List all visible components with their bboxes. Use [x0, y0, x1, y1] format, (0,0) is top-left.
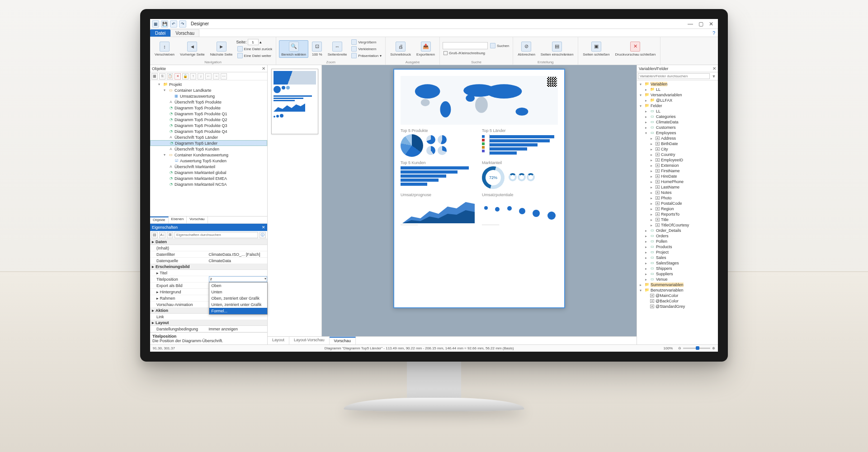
page-input[interactable] — [248, 39, 259, 45]
preview-tab[interactable]: Vorschau — [187, 217, 208, 223]
report-page: Top 5 Produkte — [393, 69, 565, 308]
props-sort-icon[interactable]: A↓ — [159, 232, 165, 238]
qat-save-icon[interactable]: 💾 — [161, 20, 168, 28]
ribbon-tabstrip: Datei Vorschau ? — [150, 29, 718, 37]
props-cat-icon[interactable]: ▤ — [151, 232, 158, 238]
spinner-up-icon[interactable]: ▴ — [259, 40, 262, 44]
file-forward-button[interactable]: Eine Datei weiter — [236, 52, 274, 59]
quickprint-button[interactable]: 🖨Schnelldruck — [388, 41, 413, 57]
tb-left-icon[interactable]: ← — [205, 73, 212, 80]
zoom-out-button[interactable]: Verkleinern — [350, 46, 382, 52]
objects-tab[interactable]: Objekte — [150, 217, 169, 223]
tb-more-icon[interactable]: ⋯ — [221, 73, 227, 80]
props-expand-icon[interactable]: ⊞ — [167, 232, 173, 238]
objects-panel-header: Objekte✕ — [150, 65, 267, 72]
qat-undo-icon[interactable]: ↶ — [170, 20, 177, 28]
selection-info: Diagramm "Diagramm Top5 Länder" - 113.49… — [325, 346, 514, 350]
center-tab-layout[interactable]: Layout — [268, 337, 289, 344]
center-tab-preview[interactable]: Vorschau — [330, 337, 356, 344]
case-sensitive-checkbox[interactable]: Groß-/Kleinschreibung — [443, 51, 510, 56]
svg-point-5 — [486, 84, 522, 99]
marketshare-chart: Marktanteil 72% — [482, 160, 558, 189]
qat-redo-icon[interactable]: ↷ — [179, 20, 186, 28]
zoom-in-icon[interactable]: ⊕ — [712, 346, 715, 350]
svg-point-2 — [421, 99, 430, 106]
properties-panel: Eigenschaften✕ ▤ A↓ ⊞ ⓘ ▸Daten (Inhalt) … — [150, 223, 267, 344]
svg-marker-0 — [274, 104, 305, 112]
props-close-icon[interactable]: ✕ — [262, 225, 265, 230]
tb-right-icon[interactable]: → — [213, 73, 219, 80]
qat-app-icon[interactable]: ▦ — [152, 20, 159, 28]
close-preview-button[interactable]: ✕Druckvorschau schließen — [613, 41, 658, 57]
close-button[interactable]: ✕ — [709, 21, 713, 27]
center-tab-layout-preview[interactable]: Layout-Vorschau — [289, 337, 330, 344]
tb-down-icon[interactable]: ↓ — [198, 73, 204, 80]
export-button[interactable]: 📤Exportieren — [415, 41, 437, 57]
tb-delete-icon[interactable]: ✕ — [175, 73, 181, 80]
zoom-100-button[interactable]: ⊡100 % — [310, 41, 324, 57]
zoom-in-button[interactable]: Vergrößern — [350, 39, 382, 45]
next-page-button[interactable]: ►Nächste Seite — [208, 41, 235, 57]
zoom-out-icon[interactable]: ⊖ — [678, 346, 681, 350]
tb-lock-icon[interactable]: 🔒 — [182, 73, 189, 80]
qr-code — [547, 77, 557, 87]
vars-close-icon[interactable]: ✕ — [712, 66, 716, 71]
tab-file[interactable]: Datei — [150, 29, 170, 37]
vars-panel-header: Variablen/Felder✕ — [637, 65, 718, 72]
page-thumbnail[interactable] — [271, 69, 318, 134]
window-title: Designer — [191, 21, 209, 26]
titleposition-value[interactable]: ▾ Oben Unten Oben, zentriert über Grafik… — [209, 276, 268, 282]
forecast-chart: Umsatzprognose ───────── — [401, 193, 476, 226]
objects-toolbar: ▦ ⎘ 📋 ✕ 🔒 ↑ ↓ ← → ⋯ — [150, 72, 267, 80]
maximize-button[interactable]: ▢ — [698, 21, 703, 27]
props-info-icon[interactable]: ⓘ — [259, 232, 266, 238]
help-icon[interactable]: ? — [710, 29, 718, 37]
ribbon: ↕Verschieben ◄Vorherige Seite ►Nächste S… — [150, 37, 718, 65]
tb-new-icon[interactable]: ▦ — [151, 73, 158, 80]
world-map-chart — [401, 76, 558, 125]
svg-point-8 — [466, 94, 475, 102]
page-spinner[interactable]: Seite: ▴ — [236, 39, 274, 45]
file-back-button[interactable]: Eine Datei zurück — [236, 46, 274, 52]
svg-point-7 — [516, 108, 528, 116]
prev-page-button[interactable]: ◄Vorherige Seite — [178, 41, 207, 57]
tb-paste-icon[interactable]: 📋 — [167, 73, 173, 80]
objects-close-icon[interactable]: ✕ — [262, 66, 265, 71]
svg-point-6 — [475, 97, 488, 113]
vars-tree[interactable]: ▾📁Variablen ▸📁LL ▾📁Versandvariablen ▸📁@L… — [637, 80, 718, 344]
props-search-input[interactable] — [175, 232, 258, 238]
tab-preview[interactable]: Vorschau — [170, 29, 199, 37]
tb-copy-icon[interactable]: ⎘ — [159, 73, 165, 80]
minimize-button[interactable]: — — [688, 21, 693, 27]
search-button[interactable]: Suchen — [489, 42, 510, 49]
zoom-slider[interactable]: ⊖ ⊕ — [678, 346, 715, 350]
selected-tree-item: ◔Diagramm Top5 Länder — [150, 140, 267, 146]
titleposition-dropdown[interactable]: Oben Unten Oben, zentriert über Grafik U… — [209, 282, 268, 315]
page-width-button[interactable]: ↔Seitenbreite — [326, 41, 349, 57]
objects-tree[interactable]: ▾📁Projekt ▾▭Container Landkarte ▦Umsatza… — [150, 80, 267, 216]
top5-customers-chart: Top 5 Kunden — [401, 160, 476, 189]
top5-products-chart: Top 5 Produkte — [401, 128, 476, 157]
search-input[interactable] — [443, 42, 488, 49]
presentation-button[interactable]: Präsentation ▾ — [350, 52, 382, 59]
potential-chart: Umsatzpotentiale ───────── — [482, 193, 558, 226]
thumbnail-strip[interactable] — [268, 65, 322, 336]
select-area-button[interactable]: 🔍Bereich wählen — [279, 40, 308, 58]
tb-up-icon[interactable]: ↑ — [190, 73, 196, 80]
top5-countries-chart: Top 5 Länder — [482, 128, 558, 157]
vars-search-input[interactable] — [638, 73, 710, 79]
layers-tab[interactable]: Ebenen — [169, 217, 187, 223]
filter-icon[interactable]: ▼ — [711, 73, 717, 80]
move-button[interactable]: ↕Verschieben — [153, 41, 176, 57]
title-bar: ▦ 💾 ↶ ↷ Designer — ▢ ✕ — [150, 19, 718, 29]
restrict-pages-button[interactable]: ▤Seiten einschränken — [539, 41, 576, 57]
zoom-label: 100% — [664, 346, 673, 350]
cancel-button[interactable]: ⊘Abbrechen — [516, 41, 537, 57]
close-pages-button[interactable]: ▣Seiten schließen — [581, 41, 611, 57]
cursor-position: 91.30, 301.37 — [153, 346, 175, 350]
preview-area[interactable]: Top 5 Produkte — [322, 65, 637, 336]
svg-point-3 — [440, 101, 451, 118]
status-bar: 91.30, 301.37 Diagramm "Diagramm Top5 Lä… — [150, 344, 718, 352]
svg-point-1 — [415, 84, 440, 99]
